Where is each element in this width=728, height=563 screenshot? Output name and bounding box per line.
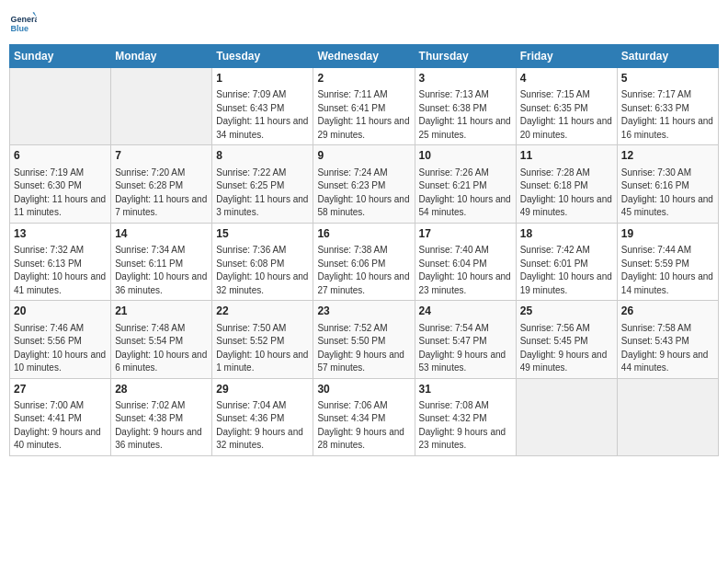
day-info: Sunrise: 7:30 AMSunset: 6:16 PMDaylight:… bbox=[621, 167, 714, 220]
svg-text:Blue: Blue bbox=[11, 24, 29, 33]
day-info: Sunrise: 7:06 AMSunset: 4:34 PMDaylight:… bbox=[317, 399, 410, 453]
day-info: Sunrise: 7:36 AMSunset: 6:08 PMDaylight:… bbox=[216, 244, 309, 297]
calendar-cell: 11Sunrise: 7:28 AMSunset: 6:18 PMDayligh… bbox=[516, 145, 617, 223]
day-info: Sunrise: 7:15 AMSunset: 6:35 PMDaylight:… bbox=[520, 88, 613, 142]
logo-icon: GeneralBlue bbox=[9, 9, 37, 37]
day-number: 21 bbox=[115, 304, 208, 319]
calendar-cell: 23Sunrise: 7:52 AMSunset: 5:50 PMDayligh… bbox=[313, 301, 415, 378]
calendar-cell: 15Sunrise: 7:36 AMSunset: 6:08 PMDayligh… bbox=[212, 223, 313, 300]
day-number: 15 bbox=[216, 226, 309, 242]
calendar-cell: 29Sunrise: 7:04 AMSunset: 4:36 PMDayligh… bbox=[212, 378, 313, 455]
weekday-header: Wednesday bbox=[313, 45, 415, 68]
day-number: 8 bbox=[216, 148, 309, 164]
day-info: Sunrise: 7:26 AMSunset: 6:21 PMDaylight:… bbox=[419, 167, 512, 220]
calendar-week-row: 1Sunrise: 7:09 AMSunset: 6:43 PMDaylight… bbox=[10, 68, 719, 145]
day-number: 12 bbox=[621, 148, 714, 164]
svg-text:General: General bbox=[11, 15, 38, 24]
day-info: Sunrise: 7:34 AMSunset: 6:11 PMDaylight:… bbox=[115, 244, 208, 297]
calendar-cell: 19Sunrise: 7:44 AMSunset: 5:59 PMDayligh… bbox=[617, 223, 718, 300]
day-number: 2 bbox=[317, 71, 410, 86]
calendar-week-row: 6Sunrise: 7:19 AMSunset: 6:30 PMDaylight… bbox=[10, 145, 719, 223]
weekday-header-row: SundayMondayTuesdayWednesdayThursdayFrid… bbox=[10, 45, 719, 68]
calendar-cell: 21Sunrise: 7:48 AMSunset: 5:54 PMDayligh… bbox=[111, 301, 212, 378]
day-number: 30 bbox=[317, 382, 410, 397]
calendar-cell: 2Sunrise: 7:11 AMSunset: 6:41 PMDaylight… bbox=[313, 68, 415, 145]
day-number: 10 bbox=[419, 148, 512, 164]
day-number: 13 bbox=[14, 226, 107, 242]
calendar-week-row: 27Sunrise: 7:00 AMSunset: 4:41 PMDayligh… bbox=[10, 378, 719, 455]
day-info: Sunrise: 7:42 AMSunset: 6:01 PMDaylight:… bbox=[520, 244, 613, 297]
calendar-cell: 12Sunrise: 7:30 AMSunset: 6:16 PMDayligh… bbox=[617, 145, 718, 223]
calendar-cell: 18Sunrise: 7:42 AMSunset: 6:01 PMDayligh… bbox=[516, 223, 617, 300]
day-number: 20 bbox=[14, 304, 107, 319]
day-info: Sunrise: 7:04 AMSunset: 4:36 PMDaylight:… bbox=[216, 399, 309, 453]
calendar-cell: 27Sunrise: 7:00 AMSunset: 4:41 PMDayligh… bbox=[10, 378, 111, 455]
day-info: Sunrise: 7:46 AMSunset: 5:56 PMDaylight:… bbox=[14, 322, 107, 375]
day-info: Sunrise: 7:02 AMSunset: 4:38 PMDaylight:… bbox=[115, 399, 208, 453]
day-number: 11 bbox=[520, 148, 613, 164]
day-number: 7 bbox=[115, 148, 208, 164]
weekday-header: Monday bbox=[111, 45, 212, 68]
calendar-cell: 16Sunrise: 7:38 AMSunset: 6:06 PMDayligh… bbox=[313, 223, 415, 300]
day-info: Sunrise: 7:56 AMSunset: 5:45 PMDaylight:… bbox=[520, 322, 613, 375]
day-info: Sunrise: 7:13 AMSunset: 6:38 PMDaylight:… bbox=[419, 88, 512, 142]
day-info: Sunrise: 7:08 AMSunset: 4:32 PMDaylight:… bbox=[419, 399, 512, 453]
calendar-cell: 25Sunrise: 7:56 AMSunset: 5:45 PMDayligh… bbox=[516, 301, 617, 378]
day-number: 22 bbox=[216, 304, 309, 319]
weekday-header: Tuesday bbox=[212, 45, 313, 68]
calendar-cell: 4Sunrise: 7:15 AMSunset: 6:35 PMDaylight… bbox=[516, 68, 617, 145]
calendar-cell bbox=[111, 68, 212, 145]
calendar-table: SundayMondayTuesdayWednesdayThursdayFrid… bbox=[9, 44, 719, 456]
calendar-week-row: 13Sunrise: 7:32 AMSunset: 6:13 PMDayligh… bbox=[10, 223, 719, 300]
logo: GeneralBlue bbox=[9, 9, 40, 37]
day-info: Sunrise: 7:58 AMSunset: 5:43 PMDaylight:… bbox=[621, 322, 714, 375]
day-info: Sunrise: 7:28 AMSunset: 6:18 PMDaylight:… bbox=[520, 167, 613, 220]
calendar-cell: 17Sunrise: 7:40 AMSunset: 6:04 PMDayligh… bbox=[415, 223, 516, 300]
calendar-cell: 13Sunrise: 7:32 AMSunset: 6:13 PMDayligh… bbox=[10, 223, 111, 300]
day-info: Sunrise: 7:52 AMSunset: 5:50 PMDaylight:… bbox=[317, 322, 410, 375]
day-number: 24 bbox=[419, 304, 512, 319]
day-info: Sunrise: 7:44 AMSunset: 5:59 PMDaylight:… bbox=[621, 244, 714, 297]
day-number: 6 bbox=[14, 148, 107, 164]
day-info: Sunrise: 7:50 AMSunset: 5:52 PMDaylight:… bbox=[216, 322, 309, 375]
calendar-cell: 6Sunrise: 7:19 AMSunset: 6:30 PMDaylight… bbox=[10, 145, 111, 223]
calendar-cell bbox=[516, 378, 617, 455]
weekday-header: Saturday bbox=[617, 45, 718, 68]
day-info: Sunrise: 7:40 AMSunset: 6:04 PMDaylight:… bbox=[419, 244, 512, 297]
calendar-cell bbox=[10, 68, 111, 145]
day-info: Sunrise: 7:38 AMSunset: 6:06 PMDaylight:… bbox=[317, 244, 410, 297]
calendar-cell: 1Sunrise: 7:09 AMSunset: 6:43 PMDaylight… bbox=[212, 68, 313, 145]
day-number: 28 bbox=[115, 382, 208, 397]
day-number: 25 bbox=[520, 304, 613, 319]
day-number: 4 bbox=[520, 71, 613, 86]
calendar-cell: 30Sunrise: 7:06 AMSunset: 4:34 PMDayligh… bbox=[313, 378, 415, 455]
day-number: 1 bbox=[216, 71, 309, 86]
day-info: Sunrise: 7:32 AMSunset: 6:13 PMDaylight:… bbox=[14, 244, 107, 297]
page-header: GeneralBlue bbox=[9, 9, 719, 37]
day-info: Sunrise: 7:11 AMSunset: 6:41 PMDaylight:… bbox=[317, 88, 410, 142]
day-info: Sunrise: 7:24 AMSunset: 6:23 PMDaylight:… bbox=[317, 167, 410, 220]
day-number: 9 bbox=[317, 148, 410, 164]
day-number: 16 bbox=[317, 226, 410, 242]
day-number: 5 bbox=[621, 71, 714, 86]
calendar-cell: 22Sunrise: 7:50 AMSunset: 5:52 PMDayligh… bbox=[212, 301, 313, 378]
day-info: Sunrise: 7:54 AMSunset: 5:47 PMDaylight:… bbox=[419, 322, 512, 375]
calendar-cell: 28Sunrise: 7:02 AMSunset: 4:38 PMDayligh… bbox=[111, 378, 212, 455]
day-info: Sunrise: 7:20 AMSunset: 6:28 PMDaylight:… bbox=[115, 167, 208, 220]
calendar-cell bbox=[617, 378, 718, 455]
calendar-cell: 8Sunrise: 7:22 AMSunset: 6:25 PMDaylight… bbox=[212, 145, 313, 223]
calendar-cell: 14Sunrise: 7:34 AMSunset: 6:11 PMDayligh… bbox=[111, 223, 212, 300]
day-info: Sunrise: 7:19 AMSunset: 6:30 PMDaylight:… bbox=[14, 167, 107, 220]
day-number: 23 bbox=[317, 304, 410, 319]
weekday-header: Friday bbox=[516, 45, 617, 68]
day-number: 29 bbox=[216, 382, 309, 397]
calendar-cell: 10Sunrise: 7:26 AMSunset: 6:21 PMDayligh… bbox=[415, 145, 516, 223]
calendar-cell: 26Sunrise: 7:58 AMSunset: 5:43 PMDayligh… bbox=[617, 301, 718, 378]
day-number: 18 bbox=[520, 226, 613, 242]
weekday-header: Thursday bbox=[415, 45, 516, 68]
calendar-week-row: 20Sunrise: 7:46 AMSunset: 5:56 PMDayligh… bbox=[10, 301, 719, 378]
day-info: Sunrise: 7:17 AMSunset: 6:33 PMDaylight:… bbox=[621, 88, 714, 142]
day-info: Sunrise: 7:09 AMSunset: 6:43 PMDaylight:… bbox=[216, 88, 309, 142]
weekday-header: Sunday bbox=[10, 45, 111, 68]
day-info: Sunrise: 7:22 AMSunset: 6:25 PMDaylight:… bbox=[216, 167, 309, 220]
